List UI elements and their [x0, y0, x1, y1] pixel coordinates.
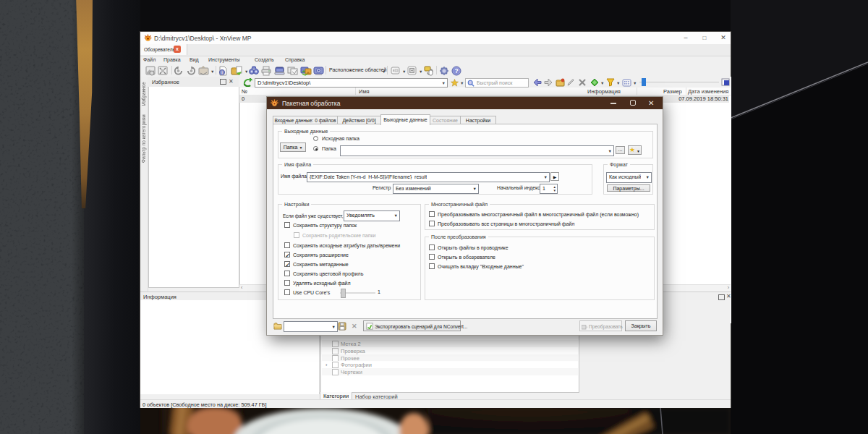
svg-text:?: ?	[454, 67, 458, 75]
